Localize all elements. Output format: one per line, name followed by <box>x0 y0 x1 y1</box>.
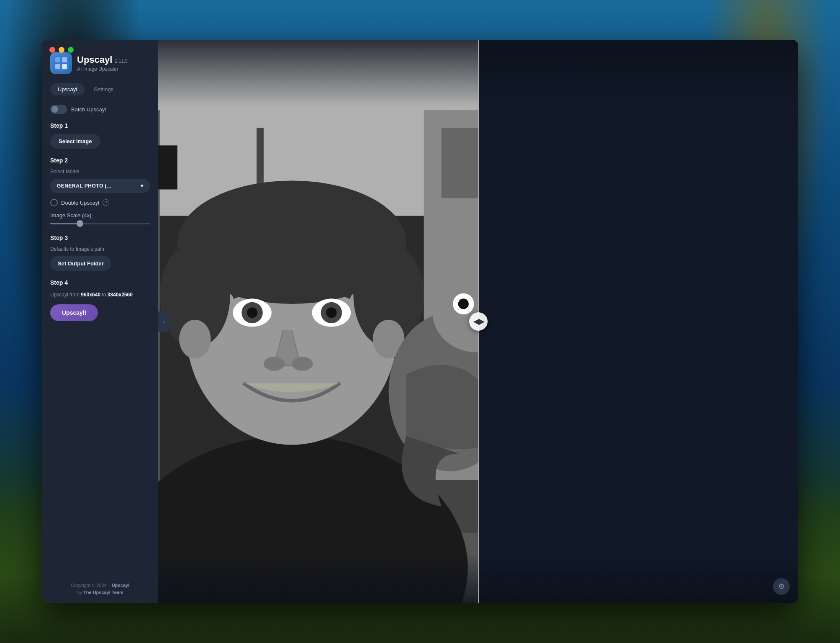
double-upscayl-row: Double Upscayl ? <box>50 199 150 206</box>
tab-settings[interactable]: Settings <box>86 83 121 95</box>
select-image-button[interactable]: Select Image <box>50 134 100 149</box>
double-upscayl-help-icon[interactable]: ? <box>103 199 109 206</box>
step4-to-res: 3840x2560 <box>108 292 133 298</box>
app-window: Upscayl 2.11.5 AI Image Upscaler Upscayl… <box>42 40 798 603</box>
split-handle[interactable]: ◀▶ <box>469 312 488 331</box>
svg-point-32 <box>264 357 285 371</box>
batch-upscayl-row: Batch Upscayl <box>50 105 150 114</box>
select-model-label: Select Model <box>50 169 150 175</box>
app-logo-icon <box>50 52 72 74</box>
step3-path-label: Defaults to Image's path <box>50 246 150 252</box>
close-button[interactable] <box>49 47 55 53</box>
minimize-button[interactable] <box>59 47 64 53</box>
step3-section: Step 3 Defaults to Image's path Set Outp… <box>50 234 150 271</box>
image-scale-label: Image Scale (4x) <box>50 212 150 219</box>
slider-fill <box>50 223 80 224</box>
step1-label: Step 1 <box>50 122 150 129</box>
split-handle-arrows-icon: ◀▶ <box>473 317 483 326</box>
step4-desc-mid: to <box>100 292 108 298</box>
batch-upscayl-label: Batch Upscayl <box>71 106 106 113</box>
image-viewer: Moving Co. <box>158 40 798 603</box>
app-title-area: Upscayl 2.11.5 AI Image Upscaler <box>77 54 128 72</box>
model-value: GENERAL PHOTO (... <box>57 183 112 189</box>
model-dropdown[interactable]: GENERAL PHOTO (... ▾ <box>50 179 150 193</box>
step3-label: Step 3 <box>50 234 150 241</box>
step2-label: Step 2 <box>50 157 150 164</box>
footer-team-link[interactable]: The Upscayl Team <box>83 590 123 595</box>
sidebar: Upscayl 2.11.5 AI Image Upscaler Upscayl… <box>42 40 158 603</box>
footer-by-text: By <box>77 590 83 595</box>
step4-label: Step 4 <box>50 279 150 286</box>
svg-rect-10 <box>158 145 177 189</box>
toggle-knob <box>51 106 58 113</box>
slider-track <box>50 223 150 224</box>
step4-desc-prefix: Upscayl from <box>50 292 81 298</box>
step4-from-res: 960x640 <box>81 292 100 298</box>
sidebar-footer: Copyright © 2024 – Upscayl By The Upscay… <box>50 575 150 597</box>
svg-point-37 <box>458 298 469 309</box>
app-version: 2.11.5 <box>115 59 128 64</box>
maximize-button[interactable] <box>68 47 74 53</box>
gear-icon: ⚙ <box>778 582 785 591</box>
tab-upscayl[interactable]: Upscayl <box>50 83 85 95</box>
double-upscayl-checkbox[interactable] <box>50 199 58 206</box>
image-scale-slider[interactable] <box>50 223 150 224</box>
svg-rect-13 <box>442 128 478 198</box>
batch-upscayl-toggle[interactable] <box>50 105 67 114</box>
double-upscayl-label: Double Upscayl <box>61 200 99 206</box>
step4-description: Upscayl from 960x640 to 3840x2560 <box>50 291 150 298</box>
settings-gear-button[interactable]: ⚙ <box>773 578 790 595</box>
slider-thumb[interactable] <box>77 220 83 227</box>
step1-section: Step 1 Select Image <box>50 122 150 149</box>
svg-point-33 <box>292 357 313 371</box>
set-output-folder-button[interactable]: Set Output Folder <box>50 256 111 271</box>
collapse-icon: ‹ <box>163 318 165 325</box>
svg-rect-4 <box>62 64 67 69</box>
upscayl-button[interactable]: Upscayl! <box>50 304 98 321</box>
step2-section: Step 2 Select Model GENERAL PHOTO (... ▾… <box>50 157 150 226</box>
svg-point-30 <box>247 307 257 318</box>
app-title-row: Upscayl 2.11.5 <box>77 54 128 65</box>
copyright-text: Copyright © 2024 – <box>71 583 112 588</box>
footer-app-link[interactable]: Upscayl <box>112 583 129 588</box>
nav-tabs: Upscayl Settings <box>50 83 150 95</box>
window-controls <box>49 47 74 53</box>
image-right: Moving Co. <box>478 40 799 603</box>
app-name: Upscayl <box>77 54 112 65</box>
dropdown-chevron-icon: ▾ <box>141 183 144 189</box>
app-logo-area: Upscayl 2.11.5 AI Image Upscaler <box>50 52 150 74</box>
step4-section: Step 4 Upscayl from 960x640 to 3840x2560… <box>50 279 150 321</box>
collapse-sidebar-button[interactable]: ‹ <box>158 311 170 332</box>
image-left <box>158 40 478 603</box>
svg-rect-2 <box>62 57 67 62</box>
footer-copyright: Copyright © 2024 – Upscayl <box>50 582 150 589</box>
svg-point-24 <box>179 320 211 359</box>
svg-rect-1 <box>55 57 60 62</box>
svg-rect-3 <box>55 64 60 69</box>
app-subtitle: AI Image Upscaler <box>77 66 128 72</box>
footer-by: By The Upscayl Team <box>50 589 150 597</box>
svg-point-31 <box>326 307 337 318</box>
image-left-svg <box>158 40 478 603</box>
app-content: Upscayl 2.11.5 AI Image Upscaler Upscayl… <box>42 40 798 603</box>
